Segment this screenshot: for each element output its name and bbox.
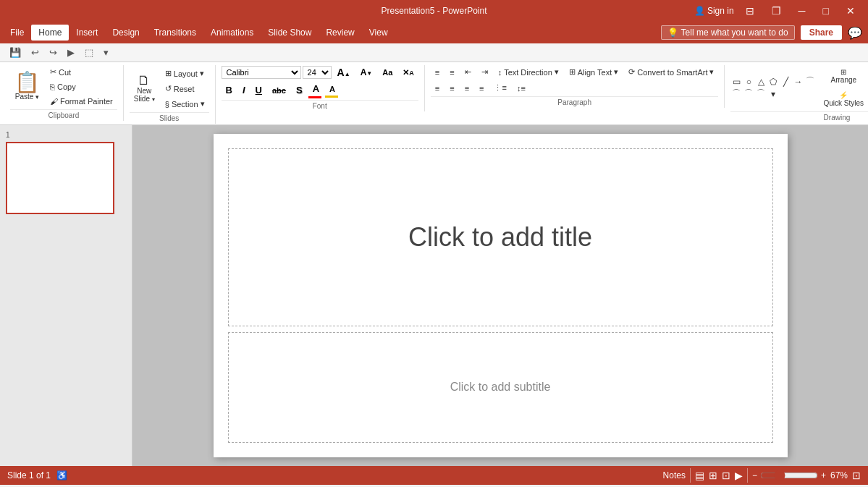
shape-arc4[interactable]: ⌒ [755,88,767,100]
menu-design[interactable]: Design [105,25,146,41]
menu-animations[interactable]: Animations [203,25,261,41]
increase-indent-button[interactable]: ⇥ [477,65,492,79]
increase-font-button[interactable]: A▲ [333,65,355,80]
decrease-indent-button[interactable]: ⇤ [460,65,476,79]
align-text-icon: ⊞ [569,67,576,77]
cut-button[interactable]: ✂ Cut [46,65,117,79]
highlight-color-bar [325,96,338,98]
shape-pentagon[interactable]: ⬠ [767,76,779,88]
restore-icon-btn[interactable]: ⊟ [740,5,760,17]
normal-view-button[interactable]: ▤ [695,470,704,481]
arrange-icon: ⊞ [840,68,846,76]
quick-styles-icon: ⚡ [839,91,848,99]
format-painter-button[interactable]: 🖌 Format Painter [46,95,117,108]
zoom-in-icon[interactable]: + [821,470,826,480]
layout-button[interactable]: ⊞ Layout ▾ [161,67,209,80]
slides-row: 🗋 NewSlide ▾ ⊞ Layout ▾ ↺ Reset § Sectio… [130,65,209,111]
arrange-button[interactable]: ⊞ Arrange [819,65,868,87]
undo-button[interactable]: ↩ [28,45,43,60]
font-row1: Calibri 24 A▲ A▼ Aa ✕A [222,65,418,80]
quick-access-dropdown[interactable]: ▾ [100,45,112,60]
font-size-select[interactable]: 24 [303,66,332,79]
reset-button[interactable]: ↺ Reset [161,82,209,96]
align-left-button[interactable]: ≡ [431,82,444,95]
numbered-list-button[interactable]: ≡ [445,66,458,79]
text-direction-button[interactable]: ↕ Text Direction ▾ [494,65,563,79]
ribbon-display-btn[interactable]: ❐ [766,5,787,17]
notes-button[interactable]: Notes [663,470,686,480]
comment-icon[interactable]: 💬 [845,26,865,40]
slide-title-area[interactable]: Click to add title [228,148,773,326]
decrease-font-button[interactable]: A▼ [356,66,377,79]
slide-info: Slide 1 of 1 [7,470,51,480]
shape-arc2[interactable]: ⌒ [730,88,742,100]
center-button[interactable]: ≡ [445,82,458,95]
menu-transitions[interactable]: Transitions [147,25,203,41]
status-divider1 [690,468,691,483]
line-spacing-button[interactable]: ↕≡ [513,82,530,95]
redo-button[interactable]: ↪ [46,45,61,60]
minimize-btn[interactable]: ─ [793,5,812,17]
customize-quick-access[interactable]: ⬚ [81,45,97,60]
menu-review[interactable]: Review [319,25,361,41]
shape-arrow[interactable]: → [792,76,804,88]
font-name-select[interactable]: Calibri [222,66,301,79]
zoom-out-icon[interactable]: − [752,470,757,480]
menu-slideshow[interactable]: Slide Show [261,25,319,41]
shape-rectangle[interactable]: ▭ [730,76,742,88]
bold-button[interactable]: B [222,83,237,97]
paste-button[interactable]: 📋 Paste ▾ [10,69,44,103]
font-color-bar [308,96,321,98]
search-box[interactable]: 💡 Tell me what you want to do [661,25,795,40]
sign-in-button[interactable]: 👤 Sign in [694,6,734,16]
menu-insert[interactable]: Insert [69,25,105,41]
copy-button[interactable]: ⎘ Copy [46,80,117,93]
fit-slide-button[interactable]: ⊡ [852,470,861,481]
justify-button[interactable]: ≡ [475,82,488,95]
menu-view[interactable]: View [362,25,395,41]
clear-formatting-button[interactable]: ✕A [398,67,418,79]
slide-canvas-area: Click to add title Click to add subtitle [132,125,868,466]
shape-arc1[interactable]: ⌒ [804,76,816,88]
shape-triangle[interactable]: △ [755,76,767,88]
change-case-button[interactable]: Aa [378,67,397,78]
align-right-button[interactable]: ≡ [460,82,473,95]
slide-subtitle-area[interactable]: Click to add subtitle [228,332,773,443]
convert-to-smartart-button[interactable]: ⟳ Convert to SmartArt ▾ [624,65,718,79]
user-icon: 👤 [694,6,705,16]
underline-button[interactable]: U [251,83,266,97]
menu-home[interactable]: Home [31,25,69,41]
shape-more[interactable]: ▾ [767,88,779,100]
zoom-slider[interactable] [760,470,818,481]
columns-button[interactable]: ⋮≡ [489,81,510,95]
accessibility-icon[interactable]: ♿ [56,470,67,480]
lightbulb-icon: 💡 [667,27,678,38]
slideshow-button[interactable]: ▶ [735,470,743,481]
slide-title-placeholder: Click to add title [408,222,592,253]
slide-sorter-button[interactable]: ⊞ [709,470,717,481]
share-button[interactable]: Share [801,25,842,40]
bullet-list-button[interactable]: ≡ [431,66,444,79]
shadow-button[interactable]: S [292,83,307,97]
start-presentation-button[interactable]: ▶ [64,45,78,60]
new-slide-button[interactable]: 🗋 NewSlide ▾ [130,71,159,106]
close-btn[interactable]: ✕ [840,5,861,17]
save-button[interactable]: 💾 [6,45,25,60]
italic-button[interactable]: I [238,83,250,97]
section-button[interactable]: § Section ▾ [161,97,209,111]
slide-thumbnail[interactable] [6,142,114,214]
shape-circle[interactable]: ○ [743,76,754,88]
menu-file[interactable]: File [3,25,31,41]
quick-access-toolbar: 💾 ↩ ↪ ▶ ⬚ ▾ [0,43,868,62]
highlight-color-button[interactable]: A [325,83,340,95]
font-color-button[interactable]: A [308,82,324,96]
highlight-color-wrapper: A [325,83,340,98]
shape-line[interactable]: ╱ [780,76,791,88]
reading-view-button[interactable]: ⊡ [722,470,730,481]
align-text-button[interactable]: ⊞ Align Text ▾ [565,65,623,79]
zoom-level[interactable]: 67% [830,470,848,480]
shape-arc3[interactable]: ⌒ [743,88,754,100]
strikethrough-button[interactable]: abc [268,85,290,96]
maximize-btn[interactable]: □ [817,5,835,17]
quick-styles-button[interactable]: ⚡ Quick Styles [819,88,868,110]
